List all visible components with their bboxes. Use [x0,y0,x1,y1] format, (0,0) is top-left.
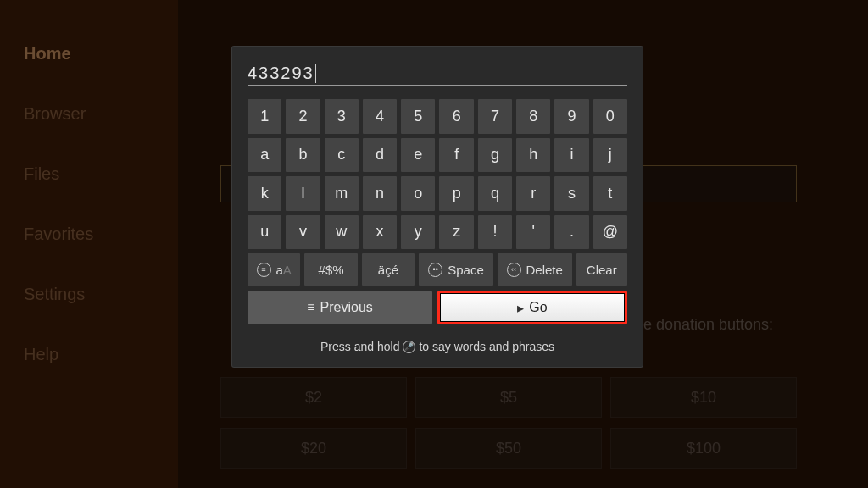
key-o[interactable]: o [401,176,435,211]
space-key[interactable]: •• Space [419,253,493,286]
donation-row-1: $2 $5 $10 [220,377,797,418]
key-z[interactable]: z [439,215,473,250]
voice-hint: Press and hold 🎤 to say words and phrase… [248,340,627,353]
play-pause-icon: •• [428,263,442,277]
function-row: ≡ aA #$% äçé •• Space ‹‹ Delete Clear [248,253,627,286]
mic-icon: 🎤 [403,341,415,353]
key-8[interactable]: 8 [516,99,550,134]
donation-row-2: $20 $50 $100 [220,428,797,469]
text-input[interactable]: 433293 [248,62,627,86]
key-i[interactable]: i [554,138,588,173]
key-3[interactable]: 3 [325,99,359,134]
key-k[interactable]: k [248,176,281,211]
go-button[interactable]: ▸ Go [437,291,627,324]
previous-button[interactable]: ≡ Previous [248,291,432,324]
key-y[interactable]: y [401,215,435,250]
key-6[interactable]: 6 [439,99,473,134]
key-7[interactable]: 7 [478,99,512,134]
key-h[interactable]: h [516,138,550,173]
key-p[interactable]: p [439,176,473,211]
play-pause-icon: ▸ [517,300,524,316]
donation-hint: se donation buttons: [636,316,773,334]
rewind-icon: ‹‹ [507,263,521,277]
key-1[interactable]: 1 [248,99,281,134]
text-cursor [315,64,316,83]
symbols-key[interactable]: #$% [304,253,357,286]
delete-key[interactable]: ‹‹ Delete [498,253,572,286]
donation-button[interactable]: $5 [415,377,602,418]
key-g[interactable]: g [478,138,512,173]
key-9[interactable]: 9 [554,99,588,134]
key-a[interactable]: a [248,138,281,173]
donation-button[interactable]: $20 [220,428,407,469]
key-c[interactable]: c [325,138,359,173]
key-f[interactable]: f [439,138,473,173]
sidebar: Home Browser Files Favorites Settings He… [0,0,178,488]
key-v[interactable]: v [286,215,320,250]
key-b[interactable]: b [286,138,320,173]
sidebar-item-files[interactable]: Files [24,164,178,184]
input-value: 433293 [248,64,314,83]
key-@[interactable]: @ [593,215,627,250]
key-.[interactable]: . [554,215,588,250]
sidebar-item-home[interactable]: Home [24,44,178,64]
key-4[interactable]: 4 [363,99,397,134]
key-grid: 1234567890 abcdefghij klmnopqrst uvwxyz!… [248,99,627,249]
key-t[interactable]: t [593,176,627,211]
key-q[interactable]: q [478,176,512,211]
donation-button[interactable]: $100 [610,428,797,469]
donation-button[interactable]: $2 [220,377,407,418]
key-r[interactable]: r [516,176,550,211]
key-d[interactable]: d [363,138,397,173]
key-'[interactable]: ' [516,215,550,250]
key-x[interactable]: x [363,215,397,250]
key-j[interactable]: j [593,138,627,173]
accented-key[interactable]: äçé [362,253,415,286]
key-n[interactable]: n [363,176,397,211]
key-m[interactable]: m [325,176,359,211]
onscreen-keyboard: 433293 1234567890 abcdefghij klmnopqrst … [232,47,643,367]
sidebar-item-favorites[interactable]: Favorites [24,225,178,244]
key-u[interactable]: u [248,215,281,250]
key-l[interactable]: l [286,176,320,211]
action-row: ≡ Previous ▸ Go [248,291,627,324]
key-5[interactable]: 5 [401,99,435,134]
key-w[interactable]: w [325,215,359,250]
donation-button[interactable]: $50 [415,428,602,469]
clear-key[interactable]: Clear [576,253,627,286]
sidebar-item-settings[interactable]: Settings [24,285,178,304]
key-0[interactable]: 0 [593,99,627,134]
menu-icon: ≡ [257,263,271,277]
key-2[interactable]: 2 [286,99,320,134]
menu-icon: ≡ [307,300,314,315]
sidebar-item-browser[interactable]: Browser [24,104,178,124]
key-![interactable]: ! [478,215,512,250]
key-e[interactable]: e [401,138,435,173]
donation-button[interactable]: $10 [610,377,797,418]
case-toggle-key[interactable]: ≡ aA [248,253,300,286]
sidebar-item-help[interactable]: Help [24,345,178,364]
key-s[interactable]: s [554,176,588,211]
